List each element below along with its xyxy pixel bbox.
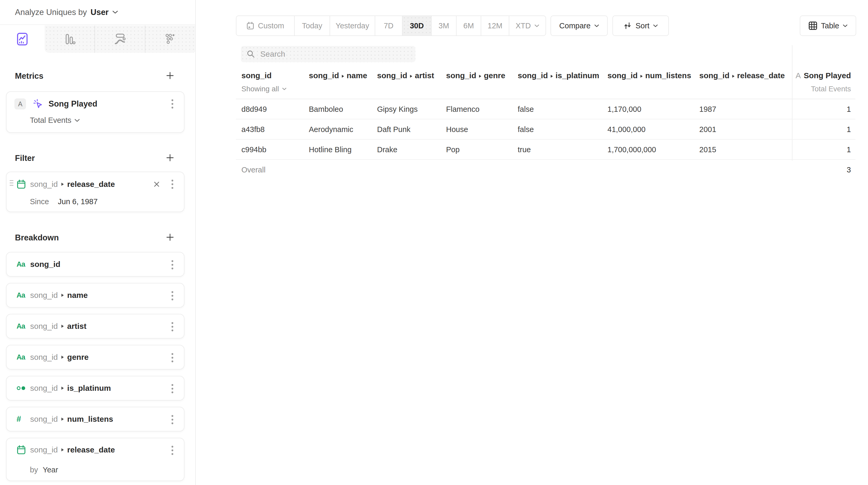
breakdown-card-name[interactable]: Aa song_id name — [6, 283, 184, 308]
breakdown-property-name[interactable]: num_listens — [67, 415, 113, 424]
column-header-release-date[interactable]: song_idrelease_date — [699, 71, 785, 80]
add-breakdown-button[interactable] — [164, 231, 176, 244]
metric-kebab-menu[interactable] — [168, 98, 177, 110]
filter-card[interactable]: song_id release_date Since Jun 6, 1987 — [6, 172, 184, 212]
triangle-right-icon — [61, 417, 64, 421]
breakdown-property-prefix: song_id — [30, 384, 58, 393]
add-filter-button[interactable] — [164, 151, 176, 164]
cell-num-listens: 41,000,000 — [608, 119, 646, 140]
table-row[interactable]: a43fb8 Aerodynamic Daft Punk House false… — [236, 119, 856, 140]
search-icon — [247, 50, 255, 58]
breakdown-card-artist[interactable]: Aa song_id artist — [6, 314, 184, 338]
column-header-song-id[interactable]: song_id — [241, 71, 272, 80]
breakdown-card-is-platinum[interactable]: song_id is_platinum — [6, 376, 184, 400]
table-row[interactable]: c994bb Hotline Bling Drake Pop true 1,70… — [236, 140, 856, 160]
breakdown-bucket-dropdown[interactable]: by Year — [30, 465, 58, 474]
breakdown-card-genre[interactable]: Aa song_id genre — [6, 345, 184, 369]
breakdown-property-name[interactable]: artist — [67, 322, 86, 331]
breakdown-kebab-menu[interactable] — [168, 259, 177, 271]
date-range-label: Today — [302, 22, 322, 30]
number-type-icon: # — [17, 415, 21, 424]
metric-event-name[interactable]: Song Played — [49, 99, 97, 109]
breakdown-card-release-date[interactable]: song_id release_date by Year — [6, 438, 184, 481]
tab-flows[interactable] — [94, 26, 145, 53]
tab-bar-chart[interactable] — [44, 26, 94, 53]
date-range-12m[interactable]: 12M — [481, 16, 509, 35]
metric-aggregation-dropdown[interactable]: Total Events — [30, 116, 80, 125]
line-chart-icon — [17, 33, 28, 46]
table-search[interactable] — [241, 46, 415, 62]
breakdown-property-prefix: song_id — [30, 291, 58, 300]
date-range-6m[interactable]: 6M — [456, 16, 481, 35]
tab-retention[interactable] — [145, 26, 195, 53]
kebab-icon — [171, 99, 174, 109]
search-input[interactable] — [260, 49, 401, 59]
metric-aggregation-label: Total Events — [30, 116, 71, 125]
filter-value[interactable]: Jun 6, 1987 — [58, 198, 98, 206]
column-header-genre[interactable]: song_idgenre — [446, 71, 505, 80]
view-label: Table — [821, 22, 839, 30]
date-range-label: Yesterday — [336, 22, 369, 30]
column-header-is-platinum[interactable]: song_idis_platinum — [518, 71, 599, 80]
add-metric-button[interactable] — [164, 69, 176, 82]
tab-line-chart[interactable] — [0, 26, 44, 53]
breakdown-card-num-listens[interactable]: # song_id num_listens — [6, 407, 184, 431]
breakdown-kebab-menu[interactable] — [168, 383, 177, 395]
filter-property-name[interactable]: release_date — [67, 180, 115, 189]
showing-all-dropdown[interactable]: Showing all — [241, 85, 286, 93]
remove-filter-button[interactable] — [152, 178, 161, 190]
date-range-yesterday[interactable]: Yesterday — [330, 16, 375, 35]
cell-artist: Gipsy Kings — [377, 99, 418, 119]
filter-property-prefix: song_id — [30, 180, 58, 189]
sort-button[interactable]: Sort — [613, 16, 669, 36]
breakdown-property-name[interactable]: is_platinum — [67, 384, 111, 393]
compare-button[interactable]: Compare — [551, 16, 608, 36]
column-header-num-listens[interactable]: song_idnum_listens — [608, 71, 691, 80]
date-range-label: 6M — [463, 22, 474, 30]
filter-condition-row[interactable]: Since Jun 6, 1987 — [30, 198, 98, 206]
date-range-30d-selected[interactable]: 30D — [402, 16, 431, 35]
column-header-name[interactable]: song_idname — [309, 71, 367, 80]
triangle-right-icon — [478, 74, 482, 78]
analyze-entity-dropdown[interactable]: User — [91, 8, 108, 17]
breakdown-property-name[interactable]: song_id — [30, 260, 60, 269]
date-range-today[interactable]: Today — [294, 16, 330, 35]
date-range-segmented-control: Custom Today Yesterday 7D 30D 3M 6M 12M … — [236, 16, 546, 36]
metric-letter-badge: A — [14, 98, 26, 110]
column-header-artist[interactable]: song_idartist — [377, 71, 434, 80]
flows-icon — [114, 33, 126, 46]
filter-operator[interactable]: Since — [30, 198, 49, 206]
date-range-label: 30D — [410, 22, 424, 30]
breakdown-property-prefix: song_id — [30, 445, 58, 454]
date-range-7d[interactable]: 7D — [375, 16, 402, 35]
chart-view-dropdown[interactable]: Table — [800, 16, 856, 36]
query-builder-sidebar: Analyze Uniques by User — [0, 0, 196, 485]
triangle-right-icon — [732, 74, 735, 78]
breakdown-card-song-id[interactable]: Aa song_id — [6, 252, 184, 277]
breakdown-kebab-menu[interactable] — [168, 321, 177, 333]
date-range-xtd[interactable]: XTD — [509, 16, 546, 35]
string-type-icon: Aa — [17, 322, 25, 330]
breakdown-kebab-menu[interactable] — [168, 444, 177, 457]
breakdown-property-name[interactable]: genre — [67, 353, 89, 362]
date-range-label: Custom — [258, 22, 284, 30]
kebab-icon — [171, 445, 174, 456]
metric-column-header[interactable]: ASong Played — [796, 71, 851, 80]
cell-song-id: a43fb8 — [241, 119, 265, 140]
breakdown-property-name[interactable]: release_date — [67, 445, 115, 454]
breakdown-kebab-menu[interactable] — [168, 413, 177, 426]
metric-card[interactable]: A Song Played Total Events — [6, 91, 184, 133]
event-cursor-icon — [33, 99, 43, 109]
plus-icon — [166, 71, 174, 80]
breakdown-kebab-menu[interactable] — [168, 290, 177, 302]
cell-genre: Flamenco — [446, 99, 479, 119]
breakdown-kebab-menu[interactable] — [168, 352, 177, 364]
chevron-down-icon — [74, 119, 80, 122]
date-range-3m[interactable]: 3M — [431, 16, 456, 35]
retention-icon — [165, 34, 176, 44]
string-type-icon: Aa — [17, 291, 25, 299]
date-range-custom[interactable]: Custom — [237, 16, 294, 35]
breakdown-property-name[interactable]: name — [67, 291, 88, 300]
table-row[interactable]: d8d949 Bamboleo Gipsy Kings Flamenco fal… — [236, 99, 856, 119]
filter-kebab-menu[interactable] — [168, 178, 177, 190]
